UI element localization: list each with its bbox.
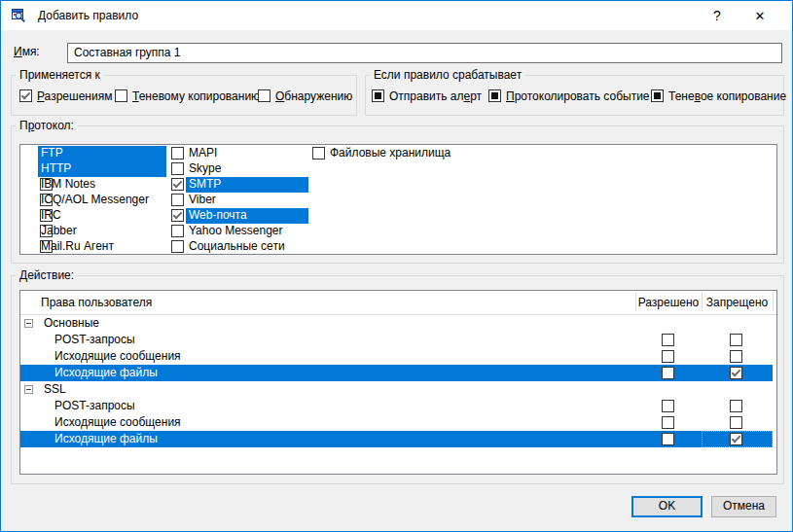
shadow-copy-label: Теневому копированию bbox=[132, 89, 260, 103]
action-group-label: Основные bbox=[44, 315, 99, 332]
applies-to-group: Применяется к Разрешениям Теневому копир… bbox=[11, 75, 357, 116]
action-group: Действие: Права пользователя Разрешено З… bbox=[11, 275, 784, 484]
social-networks-checkbox[interactable] bbox=[171, 240, 184, 253]
ssl-post-requests-denied-checkbox[interactable] bbox=[730, 400, 742, 412]
collapse-icon[interactable] bbox=[24, 319, 33, 328]
shadow-copying-checkbox[interactable] bbox=[651, 89, 664, 102]
action-item-post-requests[interactable]: POST-запросы bbox=[20, 332, 773, 348]
protocol-item-yahoo-messenger[interactable]: Yahoo Messenger bbox=[186, 224, 308, 239]
collapse-icon[interactable] bbox=[24, 385, 33, 394]
close-button[interactable]: ✕ bbox=[738, 1, 782, 30]
action-item-outgoing-files-ssl[interactable]: Исходящие файлы bbox=[20, 431, 773, 447]
user-rights-table[interactable]: Права пользователя Разрешено Запрещено О… bbox=[19, 290, 777, 475]
protocol-item-ftp[interactable]: FTP bbox=[38, 146, 166, 161]
name-label: Имя: bbox=[14, 45, 40, 58]
protocol-item-http[interactable]: HTTP bbox=[38, 161, 166, 177]
close-icon: ✕ bbox=[755, 9, 766, 23]
action-item-outgoing-messages-ssl[interactable]: Исходящие сообщения bbox=[20, 414, 773, 431]
protocol-row: IRC Web-почта bbox=[20, 208, 776, 224]
protocol-row: FTP MAPI Файловые хранилища bbox=[20, 146, 776, 161]
protocol-item-icq-aol-messenger[interactable]: ICQ/AOL Messenger bbox=[38, 193, 166, 208]
action-item-label: Исходящие сообщения bbox=[54, 348, 181, 365]
shadow-copying-label: Теневое копирование bbox=[668, 89, 786, 103]
action-group-row-ssl[interactable]: SSL bbox=[20, 381, 773, 398]
cancel-button[interactable]: Отмена bbox=[711, 496, 776, 517]
permissions-checkbox[interactable] bbox=[19, 89, 32, 102]
protocol-item-smtp[interactable]: SMTP bbox=[186, 177, 308, 193]
name-input[interactable]: Составная группа 1 bbox=[67, 43, 782, 63]
protocol-group: Протокол: FTP MAPI Файловые хранилища HT… bbox=[11, 125, 784, 264]
help-icon: ? bbox=[713, 8, 721, 23]
ssl-outgoing-files-allowed-checkbox[interactable] bbox=[662, 433, 674, 445]
send-alert-checkbox[interactable] bbox=[372, 89, 384, 102]
protocol-group-title: Протокол: bbox=[16, 119, 78, 132]
send-alert-label: Отправить алерт bbox=[389, 89, 482, 103]
protocol-item-viber[interactable]: Viber bbox=[186, 193, 308, 208]
detection-checkbox[interactable] bbox=[258, 89, 270, 102]
ssl-post-requests-allowed-checkbox[interactable] bbox=[662, 400, 674, 412]
permissions-label: Разрешениям bbox=[37, 89, 112, 103]
file-storages-checkbox[interactable] bbox=[312, 147, 325, 160]
ssl-outgoing-messages-allowed-checkbox[interactable] bbox=[662, 416, 674, 429]
title-bar[interactable]: Добавить правило ? ✕ bbox=[1, 1, 792, 30]
dialog-title: Добавить правило bbox=[38, 9, 138, 22]
protocol-item-skype[interactable]: Skype bbox=[186, 161, 308, 177]
web-mail-checkbox[interactable] bbox=[171, 209, 184, 222]
protocol-row: ICQ/AOL Messenger Viber bbox=[20, 193, 776, 208]
skype-checkbox[interactable] bbox=[171, 162, 184, 175]
mapi-checkbox[interactable] bbox=[171, 147, 184, 160]
add-rule-dialog: Добавить правило ? ✕ Имя: Составная груп… bbox=[0, 0, 793, 532]
outgoing-messages-denied-checkbox[interactable] bbox=[730, 350, 742, 363]
log-event-checkbox[interactable] bbox=[488, 89, 501, 102]
action-group-row-main[interactable]: Основные bbox=[20, 315, 773, 332]
protocol-row: Jabber Yahoo Messenger bbox=[20, 224, 776, 239]
detection-label: Обнаружению bbox=[275, 89, 352, 103]
applies-to-group-title: Применяется к bbox=[16, 68, 104, 82]
header-denied: Запрещено bbox=[702, 291, 773, 314]
ssl-outgoing-files-denied-checkbox[interactable] bbox=[730, 433, 742, 445]
action-group-label: SSL bbox=[44, 381, 66, 398]
viber-checkbox[interactable] bbox=[171, 194, 184, 206]
shadow-copy-checkbox[interactable] bbox=[115, 89, 127, 102]
protocol-item-jabber[interactable]: Jabber bbox=[38, 224, 166, 239]
action-item-post-requests-ssl[interactable]: POST-запросы bbox=[20, 398, 773, 414]
header-allowed: Разрешено bbox=[635, 291, 702, 314]
action-item-label: Исходящие сообщения bbox=[54, 414, 181, 431]
post-requests-allowed-checkbox[interactable] bbox=[662, 334, 674, 346]
protocol-item-social-networks[interactable]: Социальные сети bbox=[186, 239, 308, 255]
protocol-row: Mail.Ru Агент Социальные сети bbox=[20, 239, 776, 255]
ssl-outgoing-messages-denied-checkbox[interactable] bbox=[730, 416, 742, 429]
protocol-row: HTTP Skype bbox=[20, 161, 776, 177]
post-requests-denied-checkbox[interactable] bbox=[730, 334, 742, 346]
protocol-list[interactable]: FTP MAPI Файловые хранилища HTTP Skype I… bbox=[19, 144, 777, 255]
action-item-label: POST-запросы bbox=[54, 332, 135, 348]
trigger-group: Если правило срабатывает Отправить алерт… bbox=[365, 75, 784, 116]
protocol-row: IBM Notes SMTP bbox=[20, 177, 776, 193]
yahoo-messenger-checkbox[interactable] bbox=[171, 225, 184, 237]
ok-button[interactable]: OK bbox=[631, 496, 703, 517]
action-item-label: Исходящие файлы bbox=[54, 431, 158, 447]
help-button[interactable]: ? bbox=[695, 1, 739, 30]
action-item-label: POST-запросы bbox=[54, 398, 135, 414]
outgoing-messages-allowed-checkbox[interactable] bbox=[662, 350, 674, 363]
trigger-group-title: Если правило срабатывает bbox=[370, 68, 525, 82]
action-item-outgoing-messages[interactable]: Исходящие сообщения bbox=[20, 348, 773, 365]
add-rule-icon bbox=[11, 8, 26, 23]
protocol-item-ibm-notes[interactable]: IBM Notes bbox=[38, 177, 166, 193]
smtp-checkbox[interactable] bbox=[171, 178, 184, 191]
action-group-title: Действие: bbox=[16, 268, 78, 282]
header-user-rights: Права пользователя bbox=[41, 291, 152, 314]
outgoing-files-denied-checkbox[interactable] bbox=[730, 367, 742, 379]
protocol-item-irc[interactable]: IRC bbox=[38, 208, 166, 224]
table-header: Права пользователя Разрешено Запрещено bbox=[20, 291, 776, 315]
outgoing-files-allowed-checkbox[interactable] bbox=[662, 367, 674, 379]
protocol-item-mapi[interactable]: MAPI bbox=[186, 146, 308, 161]
protocol-item-web-mail[interactable]: Web-почта bbox=[186, 208, 308, 224]
action-item-outgoing-files[interactable]: Исходящие файлы bbox=[20, 365, 773, 381]
header-separator bbox=[773, 293, 774, 311]
action-item-label: Исходящие файлы bbox=[54, 365, 158, 381]
protocol-item-file-storages[interactable]: Файловые хранилища bbox=[327, 146, 451, 161]
protocol-item-mailru-agent[interactable]: Mail.Ru Агент bbox=[38, 239, 166, 255]
log-event-label: Протоколировать событие bbox=[506, 89, 650, 103]
